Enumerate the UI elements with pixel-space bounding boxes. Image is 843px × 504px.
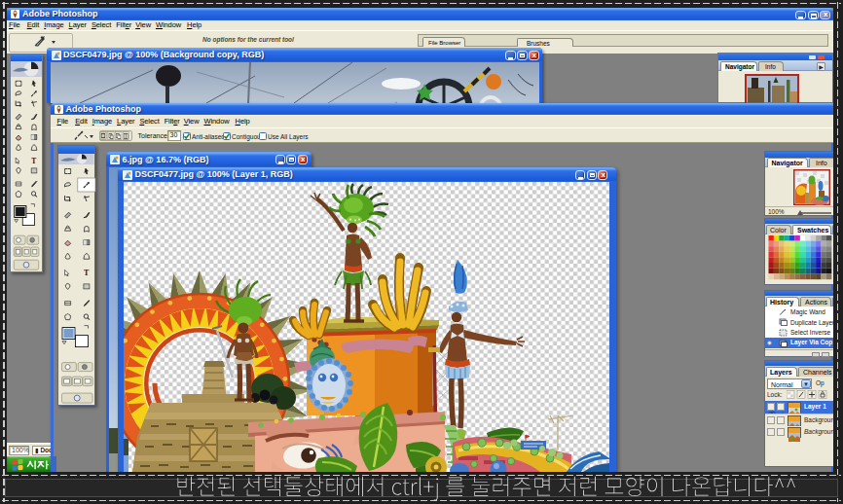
svg-text:T: T — [31, 157, 37, 165]
svg-text:T: T — [84, 269, 90, 277]
